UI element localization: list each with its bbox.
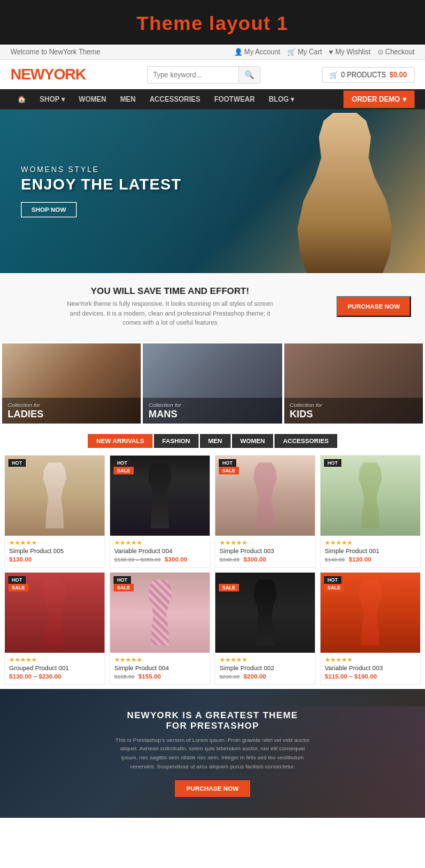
product-stars: ★★★★★ xyxy=(9,539,100,546)
product-tabs-section: NEW ARRIVALS FASHION MEN WOMEN ACCESSORI… xyxy=(0,426,425,448)
order-demo-button[interactable]: ORDER DEMO ▾ xyxy=(343,91,415,108)
product-card[interactable]: HOT SALE ★★★★★ Simple Product 004 $165.0… xyxy=(109,572,210,685)
product-grid: HOT ★★★★★ Simple Product 005 $130.00 HOT… xyxy=(0,455,425,689)
checkout-link[interactable]: ⊙ Checkout xyxy=(378,48,415,56)
product-name: Variable Product 004 xyxy=(114,548,206,555)
cart-button[interactable]: 🛒 0 PRODUCTS $0.00 xyxy=(322,67,415,83)
theme-banner: Theme layout 1 xyxy=(0,0,425,45)
product-card[interactable]: HOT SALE ★★★★★ Simple Product 003 $340.0… xyxy=(215,455,316,568)
tab-buttons: NEW ARRIVALS FASHION MEN WOMEN ACCESSORI… xyxy=(7,434,418,448)
collection-ladies[interactable]: Collection for LADIES xyxy=(2,343,141,424)
nav-item-accessories[interactable]: ACCESSORIES xyxy=(143,89,208,109)
nav-item-women[interactable]: WOMEN xyxy=(72,89,113,109)
bottom-promo-content: NEWYORK IS A GREATEST THEME FOR PRESTASH… xyxy=(115,710,310,797)
nav-bar: 🏠 SHOP ▾ WOMEN MEN ACCESSORIES FOOTWEAR … xyxy=(0,89,425,109)
my-account-link[interactable]: 👤 My Account xyxy=(234,48,281,56)
nav-item-footwear[interactable]: FOOTWEAR xyxy=(207,89,261,109)
nav-item-home[interactable]: 🏠 xyxy=(10,89,33,109)
collection-ladies-for: Collection for xyxy=(8,402,135,408)
product-name: Simple Product 003 xyxy=(219,548,311,555)
collection-mans[interactable]: Collection for MANS xyxy=(143,343,281,424)
nav-item-men[interactable]: MEN xyxy=(113,89,142,109)
product-price: $340.00 $300.00 xyxy=(219,556,311,563)
collection-mans-for: Collection for xyxy=(148,402,276,408)
product-card[interactable]: HOT ★★★★★ Simple Product 005 $130.00 xyxy=(4,455,105,568)
nav-item-blog[interactable]: BLOG ▾ xyxy=(262,89,302,109)
my-cart-link[interactable]: 🛒 My Cart xyxy=(287,48,322,56)
bottom-promo: NEWYORK IS A GREATEST THEME FOR PRESTASH… xyxy=(0,689,425,818)
product-name: Simple Product 001 xyxy=(325,548,416,555)
product-stars: ★★★★★ xyxy=(114,539,206,546)
collection-ladies-name: LADIES xyxy=(8,408,135,419)
promo-text: YOU WILL SAVE TIME AND EFFORT! NewYork t… xyxy=(14,286,326,328)
product-price: $260.00 $200.00 xyxy=(219,673,311,680)
purchase-now-button[interactable]: PURCHASE NOW xyxy=(337,296,411,317)
collection-mans-name: MANS xyxy=(148,408,276,419)
product-card[interactable]: HOT SALE ★★★★★ Variable Product 004 $180… xyxy=(109,455,210,568)
product-name: Grouped Product 001 xyxy=(9,665,100,672)
promo-section: YOU WILL SAVE TIME AND EFFORT! NewYork t… xyxy=(0,273,425,341)
product-stars: ★★★★★ xyxy=(114,656,206,663)
nav-item-shop[interactable]: SHOP ▾ xyxy=(33,89,72,109)
my-wishlist-link[interactable]: ♥ My Wishlist xyxy=(329,48,371,56)
product-stars: ★★★★★ xyxy=(219,539,311,546)
tab-women[interactable]: WOMEN xyxy=(232,434,274,448)
search-input[interactable] xyxy=(148,67,238,83)
tab-accessories[interactable]: ACCESSORIES xyxy=(275,434,337,448)
product-price: $180.00 – $358.00 $300.00 xyxy=(114,556,206,563)
top-bar: Welcome to NewYork Theme 👤 My Account 🛒 … xyxy=(0,45,425,60)
product-card[interactable]: HOT SALE ★★★★★ Variable Product 003 $115… xyxy=(320,572,421,685)
product-price: $140.00 $130.00 xyxy=(325,556,416,563)
product-name: Simple Product 004 xyxy=(114,665,206,672)
product-name: Simple Product 005 xyxy=(9,548,100,555)
bottom-promo-title: NEWYORK IS A GREATEST THEME FOR PRESTASH… xyxy=(115,710,310,731)
product-card[interactable]: HOT ★★★★★ Simple Product 001 $140.00 $13… xyxy=(320,455,421,568)
product-card[interactable]: HOT SALE ★★★★★ Grouped Product 001 $130.… xyxy=(4,572,105,685)
product-stars: ★★★★★ xyxy=(325,539,416,546)
logo-bar: NEWYORK 🔍 🛒 0 PRODUCTS $0.00 xyxy=(0,60,425,89)
bottom-promo-desc: This is Prestashop's version of Lorem ip… xyxy=(115,736,310,772)
hero-subtitle: WOMENS STYLE xyxy=(21,165,181,173)
product-price: $130.00 xyxy=(9,556,100,563)
shop-now-button[interactable]: SHOP NOW xyxy=(21,202,77,217)
hero-content: WOMENS STYLE ENJOY THE LATEST SHOP NOW xyxy=(0,165,202,217)
search-button[interactable]: 🔍 xyxy=(238,67,260,83)
tab-new-arrivals[interactable]: NEW ARRIVALS xyxy=(88,434,153,448)
logo[interactable]: NEWYORK xyxy=(10,65,86,84)
product-stars: ★★★★★ xyxy=(219,656,311,663)
collection-kids-name: KIDS xyxy=(290,408,417,419)
product-price: $165.00 $155.00 xyxy=(114,673,206,680)
hero-banner: WOMENS STYLE ENJOY THE LATEST SHOP NOW xyxy=(0,109,425,273)
tab-men[interactable]: MEN xyxy=(200,434,231,448)
product-name: Simple Product 002 xyxy=(219,665,311,672)
collections: Collection for LADIES Collection for MAN… xyxy=(0,341,425,426)
product-name: Variable Product 003 xyxy=(325,665,416,672)
collection-kids-for: Collection for xyxy=(290,402,417,408)
collection-kids[interactable]: Collection for KIDS xyxy=(284,343,423,424)
product-price: $130.00 – $230.00 xyxy=(9,673,100,680)
product-price: $115.00 – $190.00 xyxy=(325,673,416,680)
bottom-purchase-button[interactable]: PURCHASE NOW xyxy=(175,780,249,797)
search-box: 🔍 xyxy=(147,66,261,84)
banner-title: Theme layout 1 xyxy=(0,13,425,35)
welcome-text: Welcome to NewYork Theme xyxy=(10,48,100,56)
hero-title: ENJOY THE LATEST xyxy=(21,176,181,193)
tab-fashion[interactable]: FASHION xyxy=(154,434,199,448)
promo-title: YOU WILL SAVE TIME AND EFFORT! xyxy=(14,286,326,296)
product-stars: ★★★★★ xyxy=(325,656,416,663)
product-card[interactable]: SALE ★★★★★ Simple Product 002 $260.00 $2… xyxy=(215,572,316,685)
promo-desc: NewYork theme is fully responsive. It lo… xyxy=(65,300,275,328)
product-stars: ★★★★★ xyxy=(9,656,100,663)
top-bar-links: 👤 My Account 🛒 My Cart ♥ My Wishlist ⊙ C… xyxy=(234,48,415,56)
